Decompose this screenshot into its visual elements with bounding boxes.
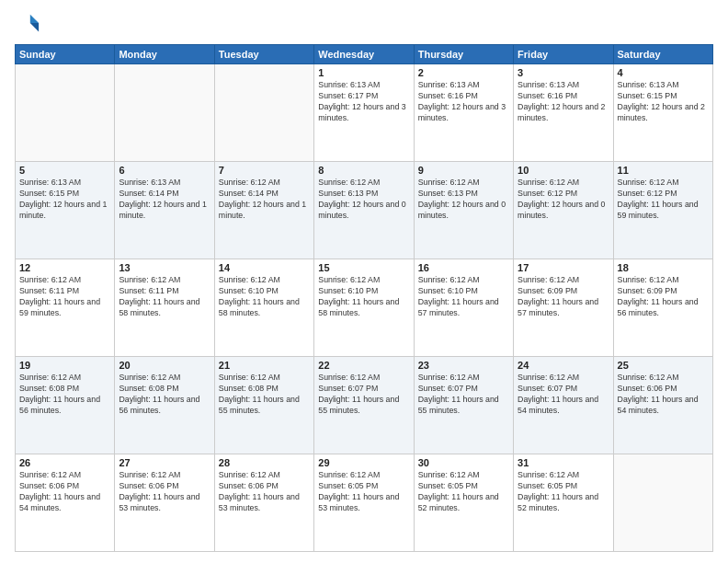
day-number: 18 [618, 262, 709, 273]
logo-icon [15, 11, 40, 37]
day-number: 14 [219, 262, 310, 273]
day-detail: Sunrise: 6:13 AMSunset: 6:17 PMDaylight:… [318, 80, 409, 124]
day-number: 28 [219, 457, 310, 468]
day-number: 13 [119, 262, 210, 273]
table-row: 6Sunrise: 6:13 AMSunset: 6:14 PMDaylight… [115, 162, 214, 259]
day-number: 11 [618, 165, 709, 176]
table-row: 27Sunrise: 6:12 AMSunset: 6:06 PMDayligh… [115, 454, 214, 552]
day-detail: Sunrise: 6:12 AMSunset: 6:10 PMDaylight:… [318, 275, 409, 319]
table-row [613, 454, 712, 552]
table-row: 23Sunrise: 6:12 AMSunset: 6:07 PMDayligh… [414, 357, 513, 454]
day-number: 29 [318, 457, 409, 468]
table-row: 5Sunrise: 6:13 AMSunset: 6:15 PMDaylight… [16, 162, 115, 259]
day-detail: Sunrise: 6:13 AMSunset: 6:15 PMDaylight:… [618, 80, 709, 124]
page: Sunday Monday Tuesday Wednesday Thursday… [0, 0, 728, 563]
day-number: 22 [318, 360, 409, 371]
col-saturday: Saturday [613, 45, 712, 64]
day-number: 12 [19, 262, 110, 273]
day-number: 20 [119, 360, 210, 371]
table-row: 25Sunrise: 6:12 AMSunset: 6:06 PMDayligh… [613, 357, 712, 454]
col-wednesday: Wednesday [314, 45, 414, 64]
day-detail: Sunrise: 6:12 AMSunset: 6:06 PMDaylight:… [219, 470, 310, 514]
table-row: 16Sunrise: 6:12 AMSunset: 6:10 PMDayligh… [414, 259, 513, 357]
day-number: 16 [418, 262, 509, 273]
day-number: 15 [318, 262, 409, 273]
day-number: 4 [618, 67, 709, 78]
day-number: 9 [418, 165, 509, 176]
day-detail: Sunrise: 6:12 AMSunset: 6:13 PMDaylight:… [418, 178, 509, 222]
day-number: 6 [119, 165, 210, 176]
day-detail: Sunrise: 6:12 AMSunset: 6:07 PMDaylight:… [318, 373, 409, 417]
day-number: 3 [518, 67, 609, 78]
col-friday: Friday [514, 45, 613, 64]
day-number: 5 [19, 165, 110, 176]
day-number: 8 [318, 165, 409, 176]
day-detail: Sunrise: 6:12 AMSunset: 6:06 PMDaylight:… [119, 470, 210, 514]
day-detail: Sunrise: 6:12 AMSunset: 6:09 PMDaylight:… [618, 275, 709, 319]
day-detail: Sunrise: 6:12 AMSunset: 6:08 PMDaylight:… [119, 373, 210, 417]
day-number: 2 [418, 67, 509, 78]
day-detail: Sunrise: 6:13 AMSunset: 6:15 PMDaylight:… [19, 178, 110, 222]
table-row: 31Sunrise: 6:12 AMSunset: 6:05 PMDayligh… [514, 454, 613, 552]
header [15, 11, 713, 37]
calendar-week-row: 5Sunrise: 6:13 AMSunset: 6:15 PMDaylight… [16, 162, 713, 259]
table-row: 29Sunrise: 6:12 AMSunset: 6:05 PMDayligh… [314, 454, 414, 552]
table-row: 10Sunrise: 6:12 AMSunset: 6:12 PMDayligh… [514, 162, 613, 259]
table-row: 14Sunrise: 6:12 AMSunset: 6:10 PMDayligh… [214, 259, 313, 357]
day-detail: Sunrise: 6:12 AMSunset: 6:06 PMDaylight:… [19, 470, 110, 514]
col-tuesday: Tuesday [214, 45, 313, 64]
day-number: 19 [19, 360, 110, 371]
table-row: 28Sunrise: 6:12 AMSunset: 6:06 PMDayligh… [214, 454, 313, 552]
table-row: 17Sunrise: 6:12 AMSunset: 6:09 PMDayligh… [514, 259, 613, 357]
table-row: 4Sunrise: 6:13 AMSunset: 6:15 PMDaylight… [613, 64, 712, 162]
table-row: 18Sunrise: 6:12 AMSunset: 6:09 PMDayligh… [613, 259, 712, 357]
calendar-header-row: Sunday Monday Tuesday Wednesday Thursday… [16, 45, 713, 64]
day-detail: Sunrise: 6:12 AMSunset: 6:08 PMDaylight:… [219, 373, 310, 417]
col-monday: Monday [115, 45, 214, 64]
table-row: 21Sunrise: 6:12 AMSunset: 6:08 PMDayligh… [214, 357, 313, 454]
day-detail: Sunrise: 6:12 AMSunset: 6:11 PMDaylight:… [119, 275, 210, 319]
table-row: 22Sunrise: 6:12 AMSunset: 6:07 PMDayligh… [314, 357, 414, 454]
day-detail: Sunrise: 6:12 AMSunset: 6:12 PMDaylight:… [618, 178, 709, 222]
table-row [16, 64, 115, 162]
day-number: 27 [119, 457, 210, 468]
table-row: 19Sunrise: 6:12 AMSunset: 6:08 PMDayligh… [16, 357, 115, 454]
day-detail: Sunrise: 6:12 AMSunset: 6:05 PMDaylight:… [318, 470, 409, 514]
day-detail: Sunrise: 6:12 AMSunset: 6:08 PMDaylight:… [19, 373, 110, 417]
day-detail: Sunrise: 6:12 AMSunset: 6:12 PMDaylight:… [518, 178, 609, 222]
day-detail: Sunrise: 6:12 AMSunset: 6:07 PMDaylight:… [418, 373, 509, 417]
day-number: 26 [19, 457, 110, 468]
day-number: 25 [618, 360, 709, 371]
day-number: 24 [518, 360, 609, 371]
day-number: 17 [518, 262, 609, 273]
day-number: 10 [518, 165, 609, 176]
day-detail: Sunrise: 6:12 AMSunset: 6:06 PMDaylight:… [618, 373, 709, 417]
table-row: 20Sunrise: 6:12 AMSunset: 6:08 PMDayligh… [115, 357, 214, 454]
table-row: 7Sunrise: 6:12 AMSunset: 6:14 PMDaylight… [214, 162, 313, 259]
calendar-week-row: 1Sunrise: 6:13 AMSunset: 6:17 PMDaylight… [16, 64, 713, 162]
svg-marker-1 [30, 23, 39, 31]
table-row: 2Sunrise: 6:13 AMSunset: 6:16 PMDaylight… [414, 64, 513, 162]
day-detail: Sunrise: 6:12 AMSunset: 6:09 PMDaylight:… [518, 275, 609, 319]
table-row: 11Sunrise: 6:12 AMSunset: 6:12 PMDayligh… [613, 162, 712, 259]
table-row: 26Sunrise: 6:12 AMSunset: 6:06 PMDayligh… [16, 454, 115, 552]
day-detail: Sunrise: 6:12 AMSunset: 6:11 PMDaylight:… [19, 275, 110, 319]
table-row: 15Sunrise: 6:12 AMSunset: 6:10 PMDayligh… [314, 259, 414, 357]
day-number: 23 [418, 360, 509, 371]
table-row: 1Sunrise: 6:13 AMSunset: 6:17 PMDaylight… [314, 64, 414, 162]
logo [15, 11, 44, 37]
day-detail: Sunrise: 6:12 AMSunset: 6:07 PMDaylight:… [518, 373, 609, 417]
day-detail: Sunrise: 6:12 AMSunset: 6:05 PMDaylight:… [518, 470, 609, 514]
day-detail: Sunrise: 6:12 AMSunset: 6:05 PMDaylight:… [418, 470, 509, 514]
day-number: 7 [219, 165, 310, 176]
table-row [214, 64, 313, 162]
table-row: 13Sunrise: 6:12 AMSunset: 6:11 PMDayligh… [115, 259, 214, 357]
table-row: 24Sunrise: 6:12 AMSunset: 6:07 PMDayligh… [514, 357, 613, 454]
calendar-table: Sunday Monday Tuesday Wednesday Thursday… [15, 44, 713, 552]
table-row: 12Sunrise: 6:12 AMSunset: 6:11 PMDayligh… [16, 259, 115, 357]
col-thursday: Thursday [414, 45, 513, 64]
day-detail: Sunrise: 6:13 AMSunset: 6:14 PMDaylight:… [119, 178, 210, 222]
col-sunday: Sunday [16, 45, 115, 64]
day-detail: Sunrise: 6:13 AMSunset: 6:16 PMDaylight:… [518, 80, 609, 124]
table-row: 9Sunrise: 6:12 AMSunset: 6:13 PMDaylight… [414, 162, 513, 259]
